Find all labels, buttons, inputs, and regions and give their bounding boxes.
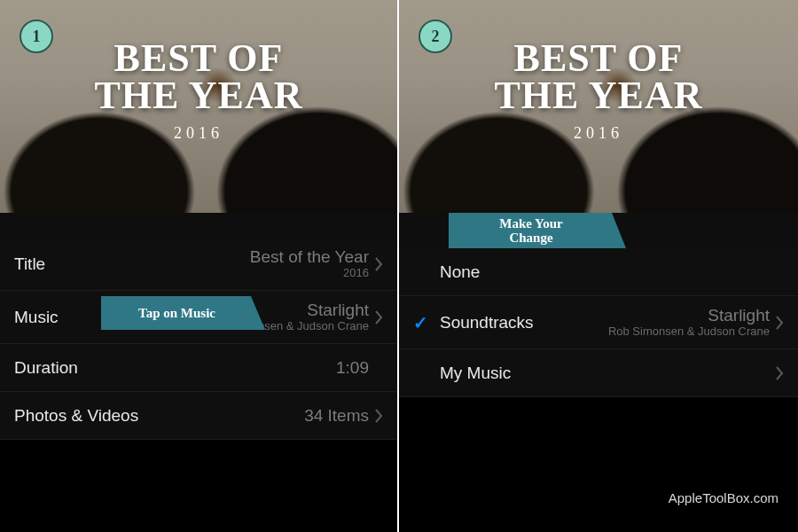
hero-title: BEST OF THE YEAR [399, 40, 798, 114]
title-value-main: Best of the Year [250, 247, 369, 267]
spacer [0, 213, 397, 238]
row-duration-label: Duration [14, 358, 78, 378]
hero-title-line2: THE YEAR [95, 74, 303, 117]
chevron-right-icon [775, 365, 784, 381]
step-badge-2: 2 [419, 20, 452, 53]
hero-image: BEST OF THE YEAR 2016 1 [0, 0, 397, 213]
chevron-right-icon [775, 315, 784, 331]
step-badge-1: 1 [20, 20, 53, 53]
row-photos-value: 34 Items [138, 406, 374, 426]
chevron-right-icon [374, 256, 383, 272]
soundtracks-value-sub: Rob Simonsen & Judson Crane [608, 325, 770, 339]
row-music-label: Music [14, 308, 59, 327]
checkmark-icon: ✓ [413, 312, 434, 333]
row-soundtracks[interactable]: ✓ Soundtracks Starlight Rob Simonsen & J… [399, 296, 798, 349]
hero-year: 2016 [399, 124, 798, 143]
music-value-main: Starlight [307, 301, 369, 320]
row-music[interactable]: Music Starlight Rob Simonsen & Judson Cr… [0, 291, 397, 344]
row-none[interactable]: None [399, 248, 798, 296]
panel-step-2: BEST OF THE YEAR 2016 2 Make Your Change… [399, 0, 798, 532]
row-soundtracks-value: Starlight Rob Simonsen & Judson Crane [534, 306, 775, 339]
row-title[interactable]: Title Best of the Year 2016 [0, 238, 397, 291]
hero-image: BEST OF THE YEAR 2016 2 [399, 0, 798, 213]
hero-year: 2016 [0, 124, 397, 143]
row-photos-label: Photos & Videos [14, 406, 138, 426]
header-spacer: Make Your Change [399, 213, 798, 248]
row-photos-videos[interactable]: Photos & Videos 34 Items [0, 392, 397, 440]
callout-tap-on-music: Tap on Music [101, 296, 265, 330]
title-value-sub: 2016 [343, 267, 369, 280]
hero-title: BEST OF THE YEAR [0, 40, 397, 114]
row-duration[interactable]: Duration 1:09 [0, 344, 397, 392]
watermark: AppleToolBox.com [669, 490, 778, 505]
callout-change-text: Make Your Change [499, 216, 563, 246]
soundtracks-value-main: Starlight [708, 306, 770, 325]
row-duration-value: 1:09 [78, 358, 374, 378]
chevron-right-icon [374, 309, 383, 325]
row-mymusic-label: My Music [440, 364, 511, 383]
callout-tap-text: Tap on Music [138, 306, 215, 321]
panel-step-1: BEST OF THE YEAR 2016 1 Title Best of th… [0, 0, 399, 532]
hero-title-line2: THE YEAR [495, 74, 703, 117]
callout-make-change: Make Your Change [449, 213, 626, 248]
settings-list: Title Best of the Year 2016 Music Starli… [0, 238, 397, 440]
chevron-right-icon [374, 408, 383, 424]
row-title-value: Best of the Year 2016 [45, 247, 374, 280]
row-soundtracks-label: Soundtracks [440, 313, 534, 332]
music-options-list: None ✓ Soundtracks Starlight Rob Simonse… [399, 248, 798, 397]
row-title-label: Title [14, 254, 45, 274]
row-my-music[interactable]: My Music [399, 349, 798, 397]
row-none-label: None [440, 262, 480, 282]
